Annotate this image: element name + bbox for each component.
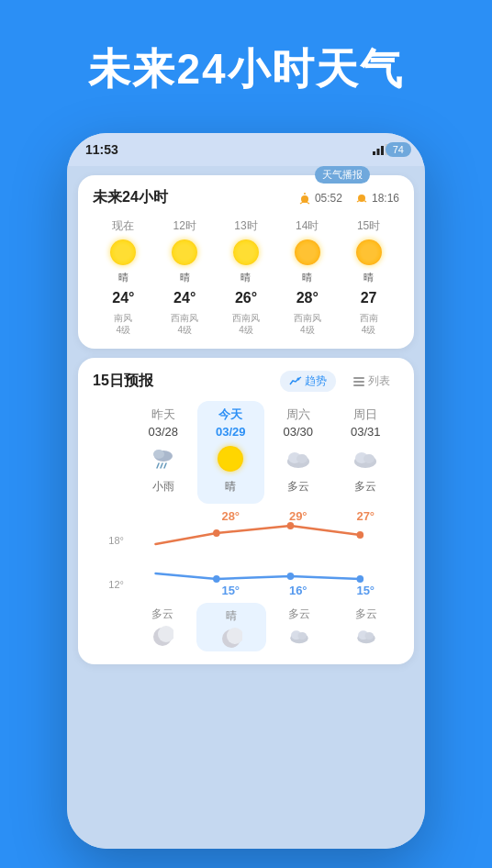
night-col-sun: 多云 bbox=[333, 603, 400, 651]
wind-info: 西南4级 bbox=[360, 312, 378, 336]
axis-low: 12° bbox=[108, 579, 124, 590]
svg-point-34 bbox=[298, 632, 308, 640]
status-time: 11:53 bbox=[85, 142, 118, 157]
svg-rect-2 bbox=[381, 146, 384, 155]
forecast-header: 15日预报 趋势 bbox=[93, 371, 399, 392]
sunrise-icon bbox=[298, 192, 311, 205]
sunrise-time: 05:52 bbox=[298, 192, 342, 205]
day-col-today: 今天 03/29 晴 bbox=[197, 401, 265, 504]
sunset-icon bbox=[355, 192, 368, 205]
sun-icon bbox=[233, 239, 259, 265]
night-condition: 晴 bbox=[226, 608, 237, 624]
day-date: 03/31 bbox=[351, 425, 381, 439]
weather-condition: 晴 bbox=[118, 271, 129, 284]
sun-icon bbox=[110, 239, 136, 265]
svg-point-37 bbox=[364, 632, 374, 640]
svg-rect-0 bbox=[373, 151, 375, 155]
wind-info: 南风4级 bbox=[114, 312, 132, 336]
high-temp-today: 28° bbox=[197, 509, 265, 523]
sun-times: 05:52 18:16 bbox=[298, 192, 399, 205]
temp-value: 24° bbox=[173, 290, 196, 306]
svg-point-24 bbox=[357, 531, 364, 539]
night-cloud-icon bbox=[354, 626, 378, 646]
temperature-chart: 28° 29° 27° bbox=[129, 507, 399, 599]
night-condition: 多云 bbox=[288, 606, 310, 622]
trend-icon bbox=[289, 375, 302, 388]
rain-svg-icon bbox=[149, 444, 178, 473]
battery-badge: 74 bbox=[386, 142, 411, 157]
list-label: 列表 bbox=[368, 373, 390, 389]
phone-content: 未来24小时 05:52 bbox=[67, 166, 425, 849]
day-col-yesterday: 昨天 03/28 小雨 bbox=[129, 401, 197, 504]
day-name: 周日 bbox=[353, 406, 377, 423]
weather-icon-cloud bbox=[284, 444, 313, 473]
svg-point-18 bbox=[296, 454, 308, 463]
list-toggle-button[interactable]: 列表 bbox=[343, 371, 399, 392]
weather-condition: 晴 bbox=[180, 271, 190, 284]
day-name: 今天 bbox=[218, 406, 242, 423]
hour-label: 14时 bbox=[296, 218, 319, 234]
night-col-sat: 多云 bbox=[266, 603, 333, 651]
hour-label: 15时 bbox=[357, 218, 380, 234]
svg-rect-8 bbox=[353, 377, 364, 379]
24hr-card: 未来24小时 05:52 bbox=[78, 175, 414, 349]
trend-toggle-button[interactable]: 趋势 bbox=[280, 371, 336, 392]
hour-item: 12时 晴 24° 西南风4级 bbox=[154, 218, 216, 336]
sun-icon bbox=[295, 239, 320, 265]
sunset-time: 18:16 bbox=[355, 192, 399, 205]
day-condition: 晴 bbox=[225, 479, 236, 495]
cloud-svg-icon bbox=[284, 447, 313, 471]
day-name: 周六 bbox=[286, 406, 310, 423]
trend-label: 趋势 bbox=[305, 373, 327, 389]
weather-alert-badge: 天气播报 bbox=[315, 166, 370, 184]
hours-row: 现在 晴 24° 南风4级 12时 晴 24° 西南风4级 13时 bbox=[93, 218, 399, 336]
hour-label: 12时 bbox=[173, 218, 196, 234]
night-condition: 多云 bbox=[151, 606, 173, 622]
svg-rect-10 bbox=[353, 384, 364, 386]
card-title: 未来24小时 bbox=[93, 188, 168, 207]
svg-line-15 bbox=[164, 463, 166, 468]
svg-line-14 bbox=[161, 463, 162, 468]
weather-icon-cloud bbox=[351, 444, 380, 473]
sunrise-value: 05:52 bbox=[315, 192, 342, 205]
hour-item: 14时 晴 28° 西南风4级 bbox=[276, 218, 338, 336]
day-name: 昨天 bbox=[151, 406, 175, 423]
hour-item: 13时 晴 26° 西南风4级 bbox=[216, 218, 277, 336]
day-date: 03/29 bbox=[216, 425, 246, 439]
wind-info: 西南风4级 bbox=[171, 312, 198, 336]
forecast-toggle: 趋势 列表 bbox=[280, 371, 399, 392]
weather-icon-rain bbox=[149, 444, 178, 473]
weather-condition: 晴 bbox=[363, 271, 374, 284]
svg-point-7 bbox=[297, 377, 300, 380]
hour-item: 现在 晴 24° 南风4级 bbox=[93, 218, 154, 336]
sun-icon bbox=[356, 239, 382, 265]
sun-icon bbox=[172, 239, 197, 265]
cloud-svg-icon bbox=[351, 447, 380, 471]
svg-point-23 bbox=[287, 522, 295, 529]
svg-point-26 bbox=[287, 573, 295, 580]
forecast-title: 15日预报 bbox=[93, 372, 153, 391]
night-col-today: 晴 bbox=[196, 603, 267, 651]
svg-point-21 bbox=[363, 454, 375, 463]
high-temp-sun: 27° bbox=[332, 509, 400, 523]
high-temp-row: 28° 29° 27° bbox=[129, 509, 399, 523]
card-header: 未来24小时 05:52 bbox=[93, 188, 399, 207]
forecast-card: 15日预报 趋势 bbox=[78, 358, 414, 664]
wind-info: 西南风4级 bbox=[232, 312, 260, 336]
moon-icon bbox=[220, 628, 242, 650]
high-temp-sat: 29° bbox=[264, 509, 332, 523]
list-icon bbox=[352, 375, 365, 388]
day-condition: 多云 bbox=[287, 479, 309, 495]
status-bar: 11:53 bbox=[67, 133, 425, 166]
axis-high: 18° bbox=[108, 535, 124, 546]
night-cloud-icon bbox=[287, 626, 311, 646]
sun-round-icon bbox=[218, 446, 243, 472]
wind-info: 西南风4级 bbox=[294, 312, 321, 336]
svg-line-13 bbox=[157, 463, 159, 468]
svg-point-27 bbox=[357, 575, 364, 583]
svg-point-12 bbox=[153, 450, 164, 459]
svg-rect-1 bbox=[377, 149, 380, 155]
weather-condition: 晴 bbox=[240, 271, 251, 284]
low-temp-sun: 15° bbox=[332, 584, 400, 597]
phone-mockup: 11:53 天气播报 74 未来24小时 bbox=[67, 133, 425, 849]
